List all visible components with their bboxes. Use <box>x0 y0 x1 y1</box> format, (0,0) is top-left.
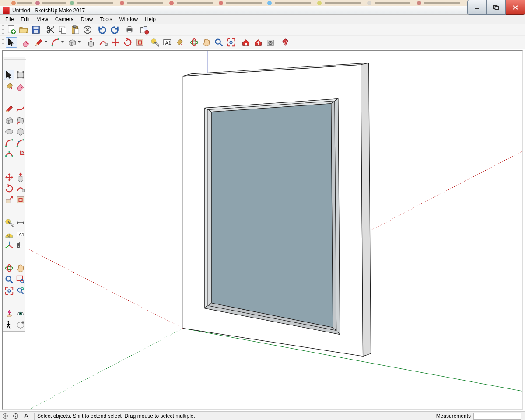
large-toolset-palette[interactable] <box>3 57 25 332</box>
pushpull-tool[interactable] <box>85 37 97 48</box>
status-bar: Select objects. Shift to extend select. … <box>0 411 525 420</box>
cut-tool[interactable] <box>45 24 56 35</box>
delete-tool[interactable] <box>82 24 93 35</box>
tape-tool[interactable] <box>149 37 161 48</box>
line-tool[interactable] <box>33 37 49 48</box>
arc2pt-tool[interactable] <box>15 138 26 148</box>
scale-tool[interactable] <box>4 195 14 205</box>
select-tool[interactable] <box>6 37 17 48</box>
measurements-input[interactable] <box>473 413 522 420</box>
sign-in-icon[interactable] <box>22 412 30 420</box>
svg-point-66 <box>11 1 16 5</box>
rotrect-tool[interactable] <box>15 115 26 126</box>
dim-tool[interactable] <box>15 217 26 228</box>
arc3pt-tool[interactable] <box>4 149 14 160</box>
measurements-label: Measurements <box>434 413 473 419</box>
bucket-tool[interactable] <box>4 81 14 91</box>
window-title: Untitled - SketchUp Make 2017 <box>12 7 85 14</box>
menu-tools[interactable]: Tools <box>97 15 116 23</box>
credits-icon[interactable] <box>12 412 20 420</box>
axes-tool[interactable] <box>4 240 14 251</box>
menu-file[interactable]: File <box>2 15 17 23</box>
zoom-tool[interactable] <box>213 37 224 48</box>
section-tool[interactable] <box>15 320 26 330</box>
svg-rect-86 <box>475 8 479 9</box>
svg-rect-82 <box>275 2 311 4</box>
camera-tool[interactable] <box>4 308 14 319</box>
new-from-template-tool[interactable] <box>6 24 17 35</box>
followme-tool[interactable] <box>15 183 26 194</box>
paint-tool[interactable] <box>174 37 185 48</box>
svg-point-73 <box>317 1 322 5</box>
warehouse-get-tool[interactable] <box>240 37 252 48</box>
menu-camera[interactable]: Camera <box>52 15 77 23</box>
menu-draw[interactable]: Draw <box>77 15 97 23</box>
rectangle-tool[interactable] <box>66 37 82 48</box>
print-tool[interactable] <box>124 24 135 35</box>
text-tool[interactable] <box>161 37 173 48</box>
window-close-button[interactable] <box>506 0 525 15</box>
freehand-tool[interactable] <box>15 104 26 114</box>
window-maximize-button[interactable] <box>486 0 506 15</box>
undo-tool[interactable] <box>97 24 108 35</box>
pan-tool[interactable] <box>201 37 212 48</box>
rotate-tool[interactable] <box>122 37 133 48</box>
offset-tool[interactable] <box>15 195 26 205</box>
select-tool[interactable] <box>4 70 14 80</box>
lookaround-tool[interactable] <box>15 308 26 319</box>
menu-window[interactable]: Window <box>116 15 142 23</box>
prevview-tool[interactable] <box>15 286 26 296</box>
pushpull-tool[interactable] <box>15 172 26 182</box>
toolbox-grip[interactable] <box>4 58 26 61</box>
window-minimize-button[interactable] <box>467 0 486 15</box>
geolocation-icon[interactable] <box>1 412 9 420</box>
offset-tool[interactable] <box>134 37 146 48</box>
tape-tool[interactable] <box>4 217 14 228</box>
arc-tool[interactable] <box>4 138 14 148</box>
svg-rect-77 <box>42 2 66 4</box>
circle-tool[interactable] <box>4 126 14 137</box>
orbit-tool[interactable] <box>189 37 200 48</box>
protractor-tool[interactable] <box>4 229 14 239</box>
walk-tool[interactable] <box>4 320 14 330</box>
zoomext-tool[interactable] <box>4 286 14 296</box>
rotate-tool[interactable] <box>4 183 14 194</box>
move-tool[interactable] <box>110 37 121 48</box>
paste-tool[interactable] <box>70 24 81 35</box>
3d-viewport[interactable] <box>2 50 523 410</box>
svg-rect-83 <box>325 2 360 4</box>
3dtext-tool[interactable] <box>15 240 26 251</box>
makecomp-tool[interactable] <box>15 70 26 80</box>
textA-tool[interactable] <box>15 229 26 239</box>
orbit-tool[interactable] <box>4 263 14 273</box>
copy-tool[interactable] <box>57 24 69 35</box>
svg-rect-88 <box>495 7 499 10</box>
extension-warehouse-tool[interactable] <box>265 37 276 48</box>
polygon-tool[interactable] <box>15 126 26 137</box>
zoom-extents-tool[interactable] <box>225 37 237 48</box>
toolbar-grip[interactable] <box>2 25 4 35</box>
menu-help[interactable]: Help <box>141 15 159 23</box>
eraser-tool[interactable] <box>15 81 26 91</box>
menu-view[interactable]: View <box>33 15 52 23</box>
zoomwin-tool[interactable] <box>15 274 26 285</box>
extension-manager-tool[interactable] <box>280 37 291 48</box>
rect-tool[interactable] <box>4 115 14 126</box>
hand-tool[interactable] <box>15 263 26 273</box>
open-tool[interactable] <box>18 24 29 35</box>
warehouse-share-tool[interactable] <box>252 37 264 48</box>
group-separator <box>4 206 26 208</box>
model-info-tool[interactable] <box>139 24 150 35</box>
redo-tool[interactable] <box>109 24 120 35</box>
pencil-tool[interactable] <box>4 104 14 114</box>
pie-tool[interactable] <box>15 149 26 160</box>
followme-tool[interactable] <box>98 37 109 48</box>
arc-tool[interactable] <box>49 37 65 48</box>
save-tool[interactable] <box>30 24 42 35</box>
toolbar-grip[interactable] <box>2 38 4 47</box>
mag-tool[interactable] <box>4 274 14 285</box>
eraser-tool[interactable] <box>21 37 32 48</box>
move4-tool[interactable] <box>4 172 14 182</box>
menu-edit[interactable]: Edit <box>17 15 33 23</box>
dropdown-caret-icon <box>61 41 64 44</box>
